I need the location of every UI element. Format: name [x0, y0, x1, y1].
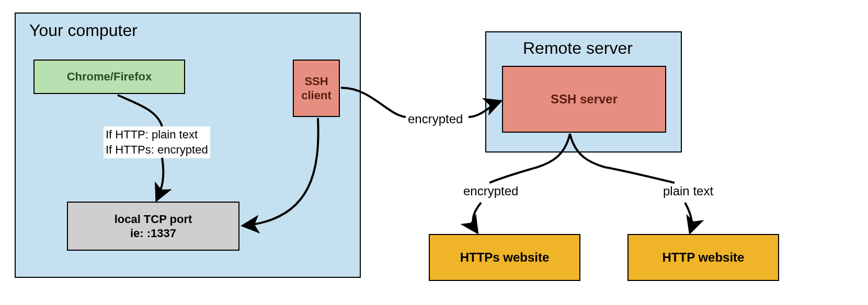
https-website-box: HTTPs website: [429, 234, 580, 281]
http-note: If HTTP: plain text If HTTPs: encrypted: [104, 126, 210, 158]
ssh-server-box: SSH server: [502, 66, 666, 133]
plaintext-out-label: plain text: [663, 184, 713, 198]
ssh-server-label: SSH server: [551, 91, 618, 107]
local-port-line1: local TCP port: [115, 212, 192, 227]
connector-left: [489, 167, 538, 183]
http-website-label: HTTP website: [663, 250, 745, 265]
ssh-client-line1: SSH: [304, 74, 328, 89]
http-website-box: HTTP website: [627, 234, 779, 281]
remote-server-title: Remote server: [523, 39, 633, 58]
connector-right: [604, 167, 675, 183]
ssh-client-line2: client: [301, 88, 331, 103]
local-tcp-port-box: local TCP port ie: :1337: [67, 202, 239, 251]
arrow-to-http: [685, 203, 692, 232]
https-website-label: HTTPs website: [460, 250, 550, 265]
browser-label: Chrome/Firefox: [67, 69, 152, 84]
http-note-line1: If HTTP: plain text: [106, 127, 208, 143]
local-port-line2: ie: :1337: [130, 226, 176, 241]
arrow-to-https: [473, 203, 481, 232]
your-computer-title: Your computer: [29, 21, 138, 40]
ssh-client-box: SSH client: [293, 60, 340, 117]
encrypted-out-label: encrypted: [463, 184, 518, 198]
browser-box: Chrome/Firefox: [33, 60, 185, 94]
http-note-line2: If HTTPs: encrypted: [106, 143, 208, 158]
encrypted-tunnel-label: encrypted: [408, 112, 463, 126]
